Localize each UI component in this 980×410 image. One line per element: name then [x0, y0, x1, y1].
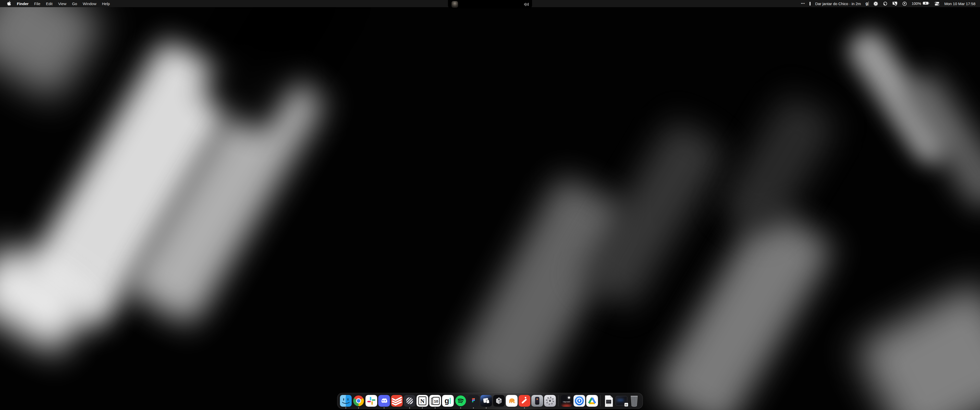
- dock-separator: [558, 395, 558, 407]
- running-indicator: [345, 407, 346, 408]
- menu-item-view[interactable]: View: [56, 0, 69, 7]
- dock-superhuman[interactable]: [518, 393, 531, 409]
- grammarly-cursor: [869, 2, 869, 6]
- running-indicator: [473, 407, 474, 408]
- notion-calendar-icon: 10: [429, 395, 441, 407]
- dock-linear[interactable]: [403, 393, 416, 409]
- cube-3d-icon: [493, 395, 505, 407]
- calendar-event-text[interactable]: Dar jantar do Chico · in 2m: [815, 2, 861, 6]
- running-indicator: [422, 407, 423, 408]
- overflow-dots-icon[interactable]: •••: [801, 2, 805, 5]
- apple-menu[interactable]: [4, 0, 14, 7]
- slack-icon: [366, 395, 377, 407]
- display-menu-icon[interactable]: [892, 1, 897, 6]
- trash-icon: [628, 395, 640, 407]
- dock: N 10 g: [337, 393, 643, 409]
- dock-trash[interactable]: [628, 393, 641, 409]
- dock-cube-3d-app[interactable]: [493, 393, 505, 409]
- dock-downloads-stack[interactable]: 11: [615, 393, 628, 409]
- 1password-menu-icon[interactable]: [902, 1, 907, 6]
- discord-icon: [378, 395, 390, 407]
- system-settings-icon: [544, 395, 556, 407]
- dock-figma[interactable]: [467, 393, 480, 409]
- finder-icon: [340, 395, 352, 407]
- menu-item-window[interactable]: Window: [80, 0, 99, 7]
- dock-finder[interactable]: [339, 393, 352, 409]
- menu-item-file[interactable]: File: [32, 0, 43, 7]
- menu-item-finder[interactable]: Finder: [14, 0, 32, 7]
- svg-text:10: 10: [434, 399, 438, 404]
- running-indicator: [486, 407, 487, 408]
- screen-studio-icon: [480, 395, 492, 407]
- google-drive-icon: [586, 395, 598, 407]
- menu-bar-status: ••• Dar jantar do Chico · in 2m g: [801, 0, 980, 7]
- wallpaper-stripe: [853, 280, 980, 410]
- notion-icon: N: [417, 395, 428, 407]
- svg-text:N: N: [420, 398, 425, 404]
- downloads-stack-icon: 11: [616, 396, 627, 406]
- menu-bar-left: Finder File Edit View Go Window Help: [0, 0, 113, 7]
- wallpaper: [0, 0, 980, 410]
- raycast-label: raycast: [561, 400, 573, 403]
- chrome-icon: [353, 395, 364, 407]
- menu-item-go[interactable]: Go: [69, 0, 80, 7]
- menu-bar-clock[interactable]: Mon 10 Mar 17:58: [944, 2, 975, 6]
- dock-mammoth[interactable]: [505, 393, 518, 409]
- raycast-glow: [562, 405, 572, 407]
- raycast-diamond-icon: [568, 396, 570, 399]
- now-playing-album-art[interactable]: [452, 1, 458, 8]
- dock-raycast[interactable]: raycast: [560, 393, 573, 409]
- running-indicator: [383, 407, 385, 408]
- dock-system-settings[interactable]: [544, 393, 556, 409]
- running-indicator: [460, 407, 461, 408]
- dock-notion[interactable]: N: [416, 393, 429, 409]
- dock-iphone-mirroring[interactable]: [531, 393, 544, 409]
- focus-bar-icon[interactable]: [810, 2, 811, 6]
- menu-item-help[interactable]: Help: [99, 0, 113, 7]
- audio-visualizer-icon: [524, 2, 529, 6]
- dock-screen-studio[interactable]: [480, 393, 493, 409]
- battery-percent: 100%: [912, 2, 921, 6]
- dock-google-drive[interactable]: [586, 393, 598, 409]
- wallpaper-stripe: [717, 91, 840, 241]
- svg-text:g: g: [445, 396, 449, 405]
- dock-slack[interactable]: [365, 393, 378, 409]
- todoist-icon: [391, 395, 403, 407]
- control-center-icon[interactable]: [934, 2, 940, 6]
- stack-thumbnail: [617, 399, 624, 401]
- apple-logo-icon: [7, 1, 11, 6]
- dock-google-chrome[interactable]: [352, 393, 365, 409]
- raycast-icon: raycast: [561, 395, 573, 407]
- flower-menu-icon[interactable]: [873, 1, 878, 6]
- grammarly-icon: g: [442, 395, 454, 407]
- grammarly-menu-icon[interactable]: g: [865, 1, 869, 6]
- running-indicator: [358, 407, 359, 408]
- dock-spotify[interactable]: [454, 393, 467, 409]
- battery-status[interactable]: 100%: [912, 1, 930, 6]
- dock-notion-calendar[interactable]: 10: [429, 393, 442, 409]
- menu-item-edit[interactable]: Edit: [43, 0, 56, 7]
- running-indicator: [524, 407, 525, 408]
- document-file-icon: [603, 395, 614, 407]
- battery-charging-icon: [923, 1, 930, 6]
- wallpaper-stripe: [0, 0, 107, 103]
- linear-icon: [404, 395, 415, 407]
- notch-now-playing: [448, 0, 532, 9]
- superhuman-icon: [519, 395, 530, 407]
- iphone-mirroring-icon: [531, 395, 543, 407]
- spotify-icon: [455, 395, 466, 407]
- figma-icon: [468, 395, 479, 407]
- wallpaper-stripe: [651, 203, 837, 410]
- running-indicator: [409, 407, 410, 408]
- mammoth-icon: [506, 395, 517, 407]
- pick-shape-menu-icon[interactable]: [883, 1, 888, 6]
- 1password-icon: [573, 395, 585, 407]
- dock-todoist[interactable]: [390, 393, 403, 409]
- running-indicator: [434, 407, 436, 408]
- dock-1password[interactable]: [573, 393, 586, 409]
- dock-grammarly[interactable]: g: [442, 393, 454, 409]
- dock-document-file[interactable]: [602, 393, 615, 409]
- dock-discord[interactable]: [378, 393, 390, 409]
- desktop: Finder File Edit View Go Window Help •••…: [0, 0, 980, 410]
